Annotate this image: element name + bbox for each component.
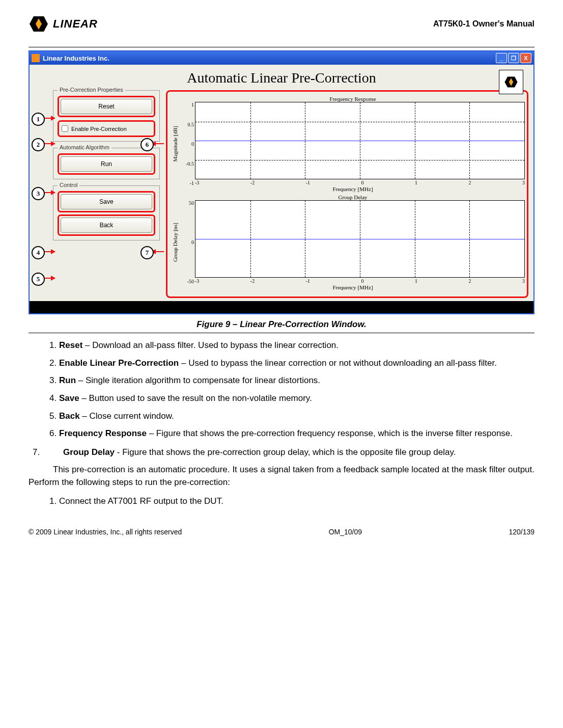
group-legend: Automatic Algorithm: [58, 144, 111, 150]
figure-caption: Figure 9 – Linear Pre-Correction Window.: [29, 319, 534, 330]
chart-xticks: -3-2-10123: [195, 179, 525, 186]
document-title: AT75K0-1 Owner's Manual: [433, 19, 534, 29]
callout-7: 7: [140, 246, 154, 259]
charts-panel: Magnitude [dB] Frequency Response 10.50-…: [166, 90, 528, 298]
app-icon: [32, 54, 40, 62]
list-item: Connect the AT7001 RF output to the DUT.: [59, 495, 534, 508]
enable-precorrection-checkbox[interactable]: [62, 125, 68, 132]
steps-list: Connect the AT7001 RF output to the DUT.: [29, 495, 534, 508]
callout-5: 5: [32, 273, 45, 286]
precorrection-group: Pre-Correction Properties Reset Enable P…: [53, 90, 160, 142]
chart-ylabel: Group Delay [ns]: [172, 223, 178, 262]
control-group: Control Save Back: [53, 185, 160, 240]
brand-name: LINEAR: [53, 17, 98, 31]
brand-logo: LINEAR: [29, 15, 98, 33]
app-corner-logo: [499, 70, 523, 94]
chart-data-line: [195, 141, 524, 141]
group-legend: Pre-Correction Properties: [58, 87, 125, 93]
page-footer: © 2009 Linear Industries, Inc., all righ…: [29, 528, 534, 536]
minimize-button[interactable]: _: [496, 53, 507, 63]
callout-1: 1: [32, 113, 45, 126]
chart-data-line: [195, 239, 524, 239]
status-bar: [30, 301, 533, 313]
list-item: Run – Single iteration algorithm to comp…: [59, 374, 534, 387]
chart-xlabel: Frequency [MHz]: [181, 186, 525, 192]
freq-response-chart: Magnitude [dB] Frequency Response 10.50-…: [170, 96, 525, 192]
callout-6: 6: [140, 138, 154, 151]
footer-code: OM_10/09: [329, 528, 362, 536]
save-button[interactable]: Save: [61, 194, 152, 209]
chart-title: Frequency Response: [181, 96, 525, 102]
list-item: Enable Linear Pre-Correction – Used to b…: [59, 357, 534, 370]
reset-button[interactable]: Reset: [61, 99, 152, 114]
chart-plot-area: [195, 102, 525, 179]
chart-ylabel: Magnitude [dB]: [172, 126, 178, 162]
app-window: Linear Industries Inc. _ ❐ X 1 2 3 4 5 6…: [29, 50, 534, 314]
chart-title: Group Delay: [181, 194, 525, 200]
maximize-button[interactable]: ❐: [508, 53, 519, 63]
app-title: Automatic Linear Pre-Correction: [187, 70, 376, 86]
window-title: Linear Industries Inc.: [43, 55, 109, 62]
run-button[interactable]: Run: [61, 156, 152, 172]
chart-yticks: 500-50: [181, 200, 194, 284]
group-legend: Control: [58, 182, 79, 188]
list-item-7: 7. Group Delay - Figure that shows the p…: [29, 446, 534, 459]
rule: [29, 333, 534, 333]
callout-2: 2: [32, 138, 45, 151]
chart-yticks: 10.50-0.5-1: [181, 102, 194, 186]
paragraph: This pre-correction is an automatic proc…: [29, 464, 534, 489]
list-item: Reset – Download an all-pass filter. Use…: [59, 339, 534, 352]
list-item: Back – Close current window.: [59, 410, 534, 423]
titlebar: Linear Industries Inc. _ ❐ X: [30, 51, 533, 65]
rule: [29, 47, 534, 47]
callout-3: 3: [32, 187, 45, 200]
chart-xticks: -3-2-10123: [195, 278, 525, 284]
list-item: Save – Button used to save the result on…: [59, 392, 534, 405]
enable-precorrection-label: Enable Pre-Correction: [71, 126, 127, 132]
callout-4: 4: [32, 246, 45, 259]
list-item: Frequency Response – Figure that shows t…: [59, 427, 534, 440]
group-delay-chart: Group Delay [ns] Group Delay 500-50: [170, 194, 525, 290]
footer-copyright: © 2009 Linear Industries, Inc., all righ…: [29, 528, 182, 536]
chart-xlabel: Frequency [MHz]: [181, 284, 525, 290]
description-list: Reset – Download an all-pass filter. Use…: [29, 339, 534, 440]
back-button[interactable]: Back: [61, 218, 152, 233]
footer-page: 120/139: [509, 528, 534, 536]
chart-plot-area: [195, 200, 525, 278]
algorithm-group: Automatic Algorithm Run: [53, 148, 160, 179]
close-button[interactable]: X: [520, 53, 531, 63]
